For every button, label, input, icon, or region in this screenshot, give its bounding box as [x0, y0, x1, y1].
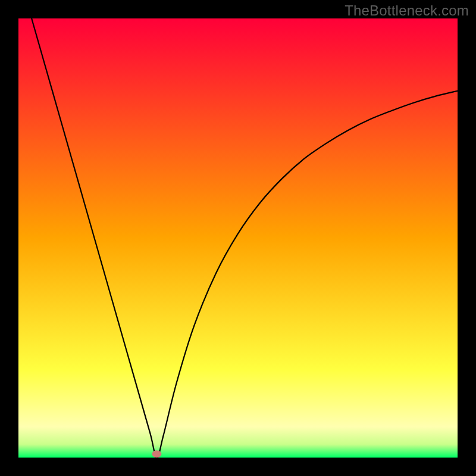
chart-container: { "watermark": "TheBottleneck.com", "cha…: [0, 0, 476, 476]
minimum-marker: [152, 450, 161, 458]
watermark-text: TheBottleneck.com: [345, 2, 469, 19]
bottleneck-chart: [0, 0, 476, 476]
plot-background: [18, 18, 458, 458]
